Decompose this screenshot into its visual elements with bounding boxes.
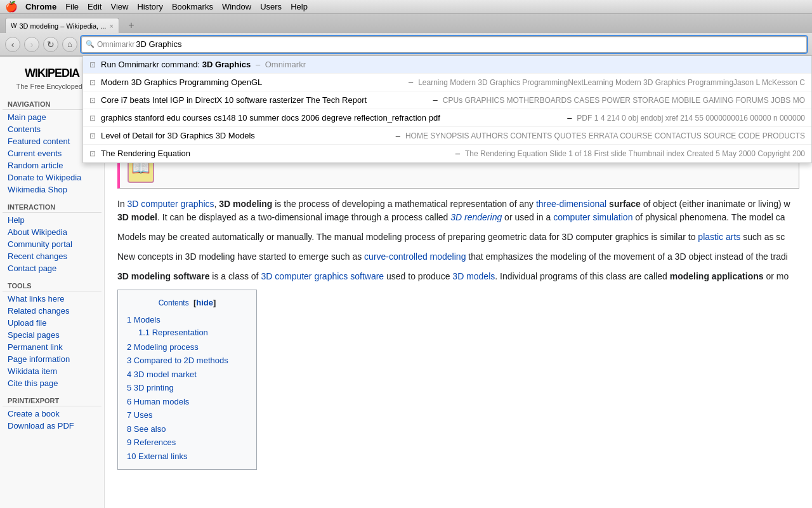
sidebar-item-donate[interactable]: Donate to Wikipedia <box>3 171 102 184</box>
menu-history[interactable]: History <box>137 2 162 11</box>
sidebar-item-wikidata-item[interactable]: Wikidata item <box>3 365 102 377</box>
toc-link-7[interactable]: 7 Uses <box>127 410 152 420</box>
link-computer-simulation[interactable]: computer simulation <box>553 212 632 222</box>
toc-link-4[interactable]: 4 3D model market <box>127 370 197 379</box>
toc-item-5: 5 3D printing <box>127 381 247 395</box>
autocomplete-dropdown: ⊡ Run Omnimarkr command: 3D Graphics – O… <box>82 56 812 163</box>
link-3d-cg-software[interactable]: 3D computer graphics software <box>261 271 384 281</box>
toc-link-3[interactable]: 3 Compared to 2D methods <box>127 356 228 365</box>
autocomplete-icon-0: ⊡ <box>89 60 96 69</box>
address-input[interactable] <box>136 39 802 49</box>
tab-title: 3D modeling – Wikipedia, ... <box>19 22 107 30</box>
sidebar-tools: Tools What links here Related changes Up… <box>3 279 102 389</box>
autocomplete-text-5: The Rendering Equation <box>101 149 450 158</box>
toc-link-1-1[interactable]: 1.1 Representation <box>138 328 208 337</box>
toc-item-10: 10 External links <box>127 450 247 464</box>
toc-link-9[interactable]: 9 References <box>127 438 176 447</box>
wiki-paragraph-3: New concepts in 3D modeling have started… <box>117 250 799 264</box>
omnibox-prefix: Omnimarkr <box>97 40 134 49</box>
menu-edit[interactable]: Edit <box>88 2 102 11</box>
link-three-dimensional[interactable]: three-dimensional <box>536 199 606 209</box>
toc-item-1-1: 1.1 Representation <box>138 326 247 340</box>
autocomplete-item-3[interactable]: ⊡ graphics stanford edu courses cs148 10… <box>83 109 811 127</box>
autocomplete-item-5[interactable]: ⊡ The Rendering Equation – The Rendering… <box>83 145 811 163</box>
sidebar-item-wikimedia-shop[interactable]: Wikimedia Shop <box>3 184 102 196</box>
forward-button[interactable]: › <box>24 37 39 52</box>
autocomplete-desc-5: The Rendering Equation Slide 1 of 18 Fir… <box>465 149 805 158</box>
toc-hide-link[interactable]: hide <box>196 298 213 307</box>
sidebar-item-community-portal[interactable]: Community portal <box>3 238 102 250</box>
reload-button[interactable]: ↻ <box>43 37 58 52</box>
autocomplete-item-4[interactable]: ⊡ Level of Detail for 3D Graphics 3D Mod… <box>83 127 811 145</box>
link-3d-models[interactable]: 3D models <box>452 271 495 281</box>
toc-link-2[interactable]: 2 Modeling process <box>127 342 199 352</box>
browser-tab-active[interactable]: W 3D modeling – Wikipedia, ... × <box>5 18 119 33</box>
toc-item-1: 1 Models 1.1 Representation <box>127 313 247 340</box>
autocomplete-icon-5: ⊡ <box>89 149 96 158</box>
sidebar-item-page-information[interactable]: Page information <box>3 353 102 365</box>
link-3d-computer-graphics[interactable]: 3D computer graphics <box>128 199 214 209</box>
autocomplete-text-2: Core i7 beats Intel IGP in DirectX 10 so… <box>101 95 428 105</box>
sidebar-item-special-pages[interactable]: Special pages <box>3 329 102 341</box>
sidebar-tools-title: Tools <box>3 279 102 291</box>
autocomplete-item-2[interactable]: ⊡ Core i7 beats Intel IGP in DirectX 10 … <box>83 91 811 109</box>
toc-item-7: 7 Uses <box>127 408 247 422</box>
autocomplete-icon-1: ⊡ <box>89 78 96 87</box>
address-bar[interactable]: 🔍 Omnimarkr <box>81 36 807 53</box>
link-plastic-arts[interactable]: plastic arts <box>698 232 740 242</box>
sidebar-item-download-pdf[interactable]: Download as PDF <box>3 420 102 432</box>
sidebar-item-help[interactable]: Help <box>3 214 102 226</box>
sidebar-item-permanent-link[interactable]: Permanent link <box>3 341 102 353</box>
autocomplete-icon-4: ⊡ <box>89 131 96 140</box>
table-of-contents: Contents [hide] 1 Models 1.1 Representat… <box>117 290 257 470</box>
omnibox-icon: 🔍 <box>86 40 95 48</box>
toc-link-1[interactable]: 1 Models <box>127 315 160 324</box>
sidebar-interaction-title: Interaction <box>3 201 102 213</box>
menu-window[interactable]: Window <box>222 2 251 11</box>
mac-menubar: 🍎 Chrome File Edit View History Bookmark… <box>0 0 812 14</box>
toc-list: 1 Models 1.1 Representation 2 Modeling p… <box>127 313 247 464</box>
menu-chrome[interactable]: Chrome <box>25 2 56 11</box>
sidebar-item-about-wikipedia[interactable]: About Wikipedia <box>3 226 102 238</box>
autocomplete-item-0[interactable]: ⊡ Run Omnimarkr command: 3D Graphics – O… <box>83 56 811 74</box>
menu-view[interactable]: View <box>110 2 128 11</box>
autocomplete-text-4: Level of Detail for 3D Graphics 3D Model… <box>101 131 391 140</box>
autocomplete-icon-2: ⊡ <box>89 96 96 105</box>
menu-help[interactable]: Help <box>291 2 308 11</box>
sidebar-item-contact-page[interactable]: Contact page <box>3 262 102 274</box>
autocomplete-icon-3: ⊡ <box>89 114 96 123</box>
navigation-bar: ‹ › ↻ ⌂ 🔍 Omnimarkr <box>0 33 812 56</box>
autocomplete-desc-2: CPUs GRAPHICS MOTHERBOARDS CASES POWER S… <box>443 96 805 105</box>
home-button[interactable]: ⌂ <box>62 37 77 52</box>
wiki-paragraph-1: In 3D computer graphics, 3D modeling is … <box>117 197 799 224</box>
sidebar-interaction: Interaction Help About Wikipedia Communi… <box>3 201 102 274</box>
toc-item-6: 6 Human models <box>127 395 247 409</box>
new-tab-button[interactable]: + <box>122 18 141 33</box>
link-curve-controlled-modeling[interactable]: curve-controlled modeling <box>364 251 466 262</box>
toc-title: Contents [hide] <box>127 297 247 309</box>
toc-link-8[interactable]: 8 See also <box>127 424 166 434</box>
back-button[interactable]: ‹ <box>5 37 20 52</box>
sidebar-print-export: Print/export Create a book Download as P… <box>3 394 102 432</box>
sidebar-item-related-changes[interactable]: Related changes <box>3 305 102 317</box>
sidebar-item-create-book[interactable]: Create a book <box>3 408 102 420</box>
sidebar-item-upload-file[interactable]: Upload file <box>3 317 102 329</box>
autocomplete-text-1: Modern 3D Graphics Programming OpenGL <box>101 77 403 87</box>
autocomplete-desc-3: PDF 1 4 214 0 obj endobj xref 214 55 000… <box>577 114 805 123</box>
toc-link-5[interactable]: 5 3D printing <box>127 383 174 392</box>
sidebar-print-title: Print/export <box>3 394 102 406</box>
menu-users[interactable]: Users <box>260 2 282 11</box>
toc-link-10[interactable]: 10 External links <box>127 451 187 461</box>
tab-close-button[interactable]: × <box>110 22 114 30</box>
wiki-paragraph-4: 3D modeling software is a class of 3D co… <box>117 270 799 283</box>
menu-file[interactable]: File <box>65 2 79 11</box>
sidebar-item-recent-changes[interactable]: Recent changes <box>3 250 102 262</box>
apple-menu[interactable]: 🍎 <box>5 1 18 13</box>
toc-item-4: 4 3D model market <box>127 368 247 382</box>
toc-link-6[interactable]: 6 Human models <box>127 397 189 406</box>
sidebar-item-cite-this-page[interactable]: Cite this page <box>3 377 102 389</box>
autocomplete-item-1[interactable]: ⊡ Modern 3D Graphics Programming OpenGL … <box>83 74 811 91</box>
link-3d-rendering[interactable]: 3D rendering <box>450 212 502 222</box>
sidebar-item-what-links-here[interactable]: What links here <box>3 293 102 305</box>
menu-bookmarks[interactable]: Bookmarks <box>172 2 213 11</box>
